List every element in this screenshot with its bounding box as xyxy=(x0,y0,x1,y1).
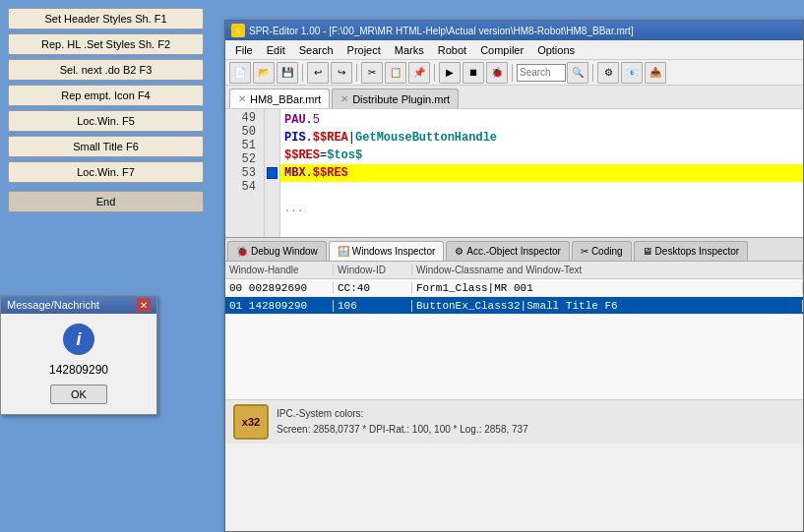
message-ok-button[interactable]: OK xyxy=(50,384,107,404)
tab-acc-object-inspector[interactable]: ⚙ Acc.-Object Inspector xyxy=(446,241,570,261)
btn-rep-hl-styles[interactable]: Rep. HL .Set Styles Sh. F2 xyxy=(8,33,204,55)
left-panel: Set Header Styles Sh. F1 Rep. HL .Set St… xyxy=(0,0,212,532)
tab-distribute-label: Distribute Plugin.mrt xyxy=(352,93,450,105)
btn-end[interactable]: End xyxy=(8,191,204,212)
status-line1: IPC.-System colors: xyxy=(277,406,528,422)
menu-search[interactable]: Search xyxy=(293,42,340,58)
toolbar-undo[interactable]: ↩ xyxy=(307,62,329,84)
debug-row-0[interactable]: 00 002892690 CC:40 Form1_Class|MR 001 xyxy=(225,279,803,297)
separator-2 xyxy=(356,64,357,82)
message-body: i 142809290 OK xyxy=(1,314,156,414)
tab-distribute-close-icon[interactable]: ✕ xyxy=(340,94,348,104)
menu-compiler[interactable]: Compiler xyxy=(474,42,529,58)
app-icon: S xyxy=(231,24,245,37)
tab-hm8bbar[interactable]: ✕ HM8_BBar.mrt xyxy=(229,89,330,108)
toolbar-paste[interactable]: 📌 xyxy=(408,62,430,84)
btn-sel-next[interactable]: Sel. next .do B2 F3 xyxy=(8,59,204,81)
message-titlebar: Message/Nachricht ✕ xyxy=(1,296,156,314)
menubar: File Edit Search Project Marks Robot Com… xyxy=(225,40,803,60)
tab-debug-window[interactable]: 🐞 Debug Window xyxy=(227,241,327,261)
tab-desktops-inspector[interactable]: 🖥 Desktops Inspector xyxy=(634,241,749,261)
toolbar-save[interactable]: 💾 xyxy=(277,62,298,84)
acc-object-icon: ⚙ xyxy=(455,246,464,257)
menu-robot[interactable]: Robot xyxy=(432,42,472,58)
debug-row-1-classname: ButtonEx_Class32|Small Title F6 xyxy=(412,300,803,312)
toolbar-new[interactable]: 📄 xyxy=(229,62,251,84)
toolbar: 📄 📂 💾 ↩ ↪ ✂ 📋 📌 ▶ ⏹ 🐞 🔍 ⚙ 📧 📥 xyxy=(225,60,803,86)
toolbar-extra3[interactable]: 📥 xyxy=(645,62,666,84)
code-area[interactable]: 49 50 51 52 53 54 PAU.5 PIS.$$REA|GetMou… xyxy=(225,109,803,237)
debug-column-headers: Window-Handle Window-ID Window-Classname… xyxy=(225,262,803,279)
toolbar-redo[interactable]: ↪ xyxy=(331,62,352,84)
desktops-icon: 🖥 xyxy=(643,246,652,257)
menu-marks[interactable]: Marks xyxy=(389,42,430,58)
debug-rows[interactable]: 00 002892690 CC:40 Form1_Class|MR 001 01… xyxy=(225,279,803,399)
code-gutter xyxy=(265,109,280,237)
tab-bar: ✕ HM8_BBar.mrt ✕ Distribute Plugin.mrt xyxy=(225,86,803,109)
code-line-53 xyxy=(280,182,803,200)
toolbar-debug[interactable]: 🐞 xyxy=(486,62,508,84)
toolbar-stop[interactable]: ⏹ xyxy=(463,62,484,84)
x32-badge: x32 xyxy=(233,404,269,440)
toolbar-cut[interactable]: ✂ xyxy=(361,62,383,84)
code-line-49: PAU.5 xyxy=(280,111,803,129)
message-title: Message/Nachricht xyxy=(7,299,99,311)
code-line-52: MBX.$$RES xyxy=(280,164,803,182)
separator-1 xyxy=(302,64,303,82)
menu-edit[interactable]: Edit xyxy=(261,42,291,58)
toolbar-extra1[interactable]: ⚙ xyxy=(597,62,619,84)
col-header-id: Window-ID xyxy=(334,265,412,275)
acc-object-label: Acc.-Object Inspector xyxy=(466,246,561,257)
status-bar: x32 IPC.-System colors: Screen: 2858,073… xyxy=(225,399,803,443)
debug-row-1[interactable]: 01 142809290 106 ButtonEx_Class32|Small … xyxy=(225,297,803,315)
main-window: S SPR-Editor 1.00 - [F:\00_MR\MR HTML-He… xyxy=(224,20,804,532)
debug-window-icon: 🐞 xyxy=(236,246,248,257)
code-line-51: $$RES=$tos$ xyxy=(280,147,803,164)
separator-3 xyxy=(434,64,435,82)
window-titlebar: S SPR-Editor 1.00 - [F:\00_MR\MR HTML-He… xyxy=(225,21,803,40)
debug-row-0-classname: Form1_Class|MR 001 xyxy=(412,282,803,294)
btn-set-header-styles[interactable]: Set Header Styles Sh. F1 xyxy=(8,8,204,30)
toolbar-copy[interactable]: 📋 xyxy=(385,62,406,84)
toolbar-open[interactable]: 📂 xyxy=(253,62,275,84)
coding-label: Coding xyxy=(591,246,623,257)
status-line2: Screen: 2858,0737 * DPI-Rat.: 100, 100 *… xyxy=(277,422,528,438)
search-input[interactable] xyxy=(517,64,566,82)
btn-loc-win-f7[interactable]: Loc.Win. F7 xyxy=(8,161,204,183)
message-number: 142809290 xyxy=(49,363,108,377)
tab-coding[interactable]: ✂ Coding xyxy=(572,241,632,261)
code-line-54: ... xyxy=(280,200,803,217)
debug-tabs: 🐞 Debug Window 🪟 Windows Inspector ⚙ Acc… xyxy=(225,238,803,262)
message-dialog: Message/Nachricht ✕ i 142809290 OK xyxy=(0,295,157,415)
debug-row-1-handle: 01 142809290 xyxy=(225,300,334,312)
toolbar-extra2[interactable]: 📧 xyxy=(621,62,643,84)
debug-row-0-wid: CC:40 xyxy=(334,282,412,294)
menu-project[interactable]: Project xyxy=(341,42,387,58)
toolbar-run[interactable]: ▶ xyxy=(439,62,461,84)
desktops-label: Desktops Inspector xyxy=(655,246,740,257)
tab-close-icon[interactable]: ✕ xyxy=(238,94,246,104)
windows-inspector-label: Windows Inspector xyxy=(352,246,435,257)
debug-window-label: Debug Window xyxy=(251,246,318,257)
search-button[interactable]: 🔍 xyxy=(567,62,588,84)
windows-inspector-icon: 🪟 xyxy=(338,246,349,257)
btn-small-title[interactable]: Small Title F6 xyxy=(8,136,204,157)
coding-icon: ✂ xyxy=(581,246,588,257)
col-header-handle: Window-Handle xyxy=(225,265,334,275)
window-title: SPR-Editor 1.00 - [F:\00_MR\MR HTML-Help… xyxy=(249,26,634,36)
debug-row-0-handle: 00 002892690 xyxy=(225,282,334,294)
search-group: 🔍 xyxy=(517,62,588,84)
message-close-button[interactable]: ✕ xyxy=(137,298,151,312)
btn-rep-empt[interactable]: Rep empt. Icon F4 xyxy=(8,85,204,106)
code-content[interactable]: PAU.5 PIS.$$REA|GetMouseButtonHandle $$R… xyxy=(280,109,803,237)
tab-windows-inspector[interactable]: 🪟 Windows Inspector xyxy=(329,241,444,261)
menu-file[interactable]: File xyxy=(229,42,259,58)
btn-loc-win-f5[interactable]: Loc.Win. F5 xyxy=(8,110,204,132)
separator-4 xyxy=(512,64,513,82)
menu-options[interactable]: Options xyxy=(531,42,581,58)
tab-hm8bbar-label: HM8_BBar.mrt xyxy=(250,93,321,105)
info-icon: i xyxy=(63,324,94,355)
line-numbers: 49 50 51 52 53 54 xyxy=(225,109,265,237)
separator-5 xyxy=(592,64,593,82)
tab-distribute[interactable]: ✕ Distribute Plugin.mrt xyxy=(332,89,459,108)
